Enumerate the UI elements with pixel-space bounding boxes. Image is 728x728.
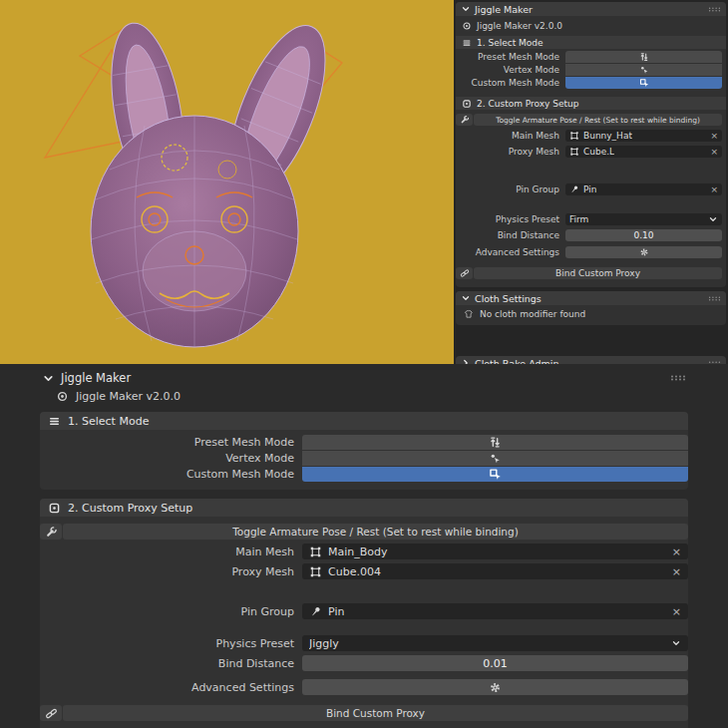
armature-icon-button[interactable]: [40, 524, 62, 540]
main-mesh-field[interactable]: Main_Body ×: [302, 544, 688, 559]
pin-group-field[interactable]: Pin ×: [565, 183, 722, 195]
physics-preset-value: Jiggly: [309, 637, 339, 650]
clear-icon[interactable]: ×: [672, 566, 681, 577]
preset-mesh-mode-button[interactable]: [302, 435, 688, 450]
bind-distance-field[interactable]: 0.01: [302, 655, 688, 671]
subpanel-header-select-mode[interactable]: 1. Select Mode: [456, 36, 726, 49]
pin-icon: [309, 605, 322, 618]
proxy-mesh-field[interactable]: Cube.004 ×: [302, 563, 688, 579]
vertex-mode-button[interactable]: [565, 64, 722, 76]
main-mesh-label: Main Mesh: [456, 131, 565, 141]
vertex-mode-button[interactable]: [302, 451, 688, 466]
toggle-armature-button[interactable]: Toggle Armature Pose / Rest (Set to rest…: [474, 114, 722, 126]
panel-header-partial[interactable]: Cloth Bake Admin: [456, 356, 726, 364]
select-mode-rows: Preset Mesh Mode Vertex Mode Custom Mesh…: [40, 433, 688, 490]
proxy-mesh-label: Proxy Mesh: [456, 147, 565, 157]
mesh-icon: [569, 147, 579, 157]
drag-grip-icon[interactable]: [708, 295, 721, 302]
gear-icon: [639, 247, 649, 257]
advanced-settings-button[interactable]: [302, 679, 688, 695]
3d-viewport[interactable]: [0, 0, 454, 364]
panel-header-jiggle-maker[interactable]: Jiggle Maker: [40, 369, 688, 387]
proxy-mesh-field[interactable]: Cube.L ×: [565, 146, 722, 158]
physics-preset-label: Physics Preset: [456, 214, 565, 224]
drag-grip-icon[interactable]: [708, 6, 721, 13]
custom-mesh-mode-icon: [639, 78, 649, 88]
link-icon-button[interactable]: [40, 705, 62, 721]
chevron-down-icon: [461, 293, 471, 303]
subpanel-header-proxy-setup[interactable]: 2. Custom Proxy Setup: [456, 97, 726, 110]
physics-preset-value: Firm: [569, 214, 588, 224]
bind-custom-proxy-button[interactable]: Bind Custom Proxy: [474, 267, 722, 279]
clear-icon[interactable]: ×: [710, 148, 718, 157]
proxy-setup-rows: Toggle Armature Pose / Rest (Set to rest…: [456, 112, 726, 281]
subpanel-header-proxy-setup[interactable]: 2. Custom Proxy Setup: [40, 499, 688, 517]
panel-header-jiggle-maker[interactable]: Jiggle Maker: [456, 2, 726, 16]
physics-preset-dropdown[interactable]: Jiggly: [302, 635, 688, 651]
version-label: Jiggle Maker v2.0.0: [477, 21, 562, 31]
vertex-mode-icon: [489, 452, 502, 465]
physics-preset-dropdown[interactable]: Firm: [565, 213, 722, 225]
preset-mesh-mode-button[interactable]: [565, 51, 722, 63]
clear-icon[interactable]: ×: [672, 546, 681, 557]
bind-row: Bind Custom Proxy: [40, 705, 688, 721]
armature-icon-button[interactable]: [456, 114, 473, 126]
panel-title: Jiggle Maker: [61, 371, 131, 385]
version-label: Jiggle Maker v2.0.0: [76, 390, 181, 403]
link-icon: [45, 707, 58, 720]
pin-group-field[interactable]: Pin ×: [302, 603, 688, 619]
main-mesh-field[interactable]: Bunny_Hat ×: [565, 130, 722, 142]
vertex-mode-label: Vertex Mode: [456, 65, 565, 75]
panel-header-cloth-settings[interactable]: Cloth Settings: [456, 291, 726, 305]
panel-title: Cloth Settings: [475, 293, 542, 304]
bind-row: Bind Custom Proxy: [456, 267, 722, 279]
pin-icon: [569, 184, 579, 194]
proxy-mesh-value: Cube.L: [583, 147, 614, 157]
proxy-setup-icon: [462, 99, 472, 109]
chevron-down-icon: [42, 372, 55, 385]
version-row: Jiggle Maker v2.0.0: [40, 387, 688, 412]
drag-grip-icon[interactable]: [670, 374, 686, 382]
preset-mesh-mode-label: Preset Mesh Mode: [456, 52, 565, 62]
bind-distance-value: 0.01: [483, 657, 508, 670]
clear-icon[interactable]: ×: [710, 132, 718, 141]
partial-panel[interactable]: Cloth Bake Admin: [456, 356, 726, 364]
bind-distance-field[interactable]: 0.10: [565, 229, 722, 241]
bind-distance-label: Bind Distance: [456, 230, 565, 240]
panel-body: Jiggle Maker v2.0.0 1. Select Mode Prese…: [456, 16, 726, 287]
select-mode-rows: Preset Mesh Mode Vertex Mode: [456, 51, 726, 90]
subpanel-title: 1. Select Mode: [477, 38, 544, 48]
bind-distance-value: 0.10: [633, 230, 653, 240]
advanced-settings-button[interactable]: [565, 246, 722, 258]
chevron-down-icon: [671, 638, 681, 648]
link-icon-button[interactable]: [456, 267, 473, 279]
pin-group-label: Pin Group: [456, 184, 565, 194]
preset-mode-icon: [639, 52, 649, 62]
menu-icon: [462, 38, 472, 48]
select-mode-box: 1. Select Mode Preset Mesh Mode Vertex M…: [40, 412, 688, 490]
preset-mode-icon: [489, 436, 502, 449]
bind-custom-proxy-button[interactable]: Bind Custom Proxy: [63, 705, 688, 721]
pin-group-label: Pin Group: [40, 605, 302, 618]
clear-icon[interactable]: ×: [710, 185, 718, 194]
vertex-mode-label: Vertex Mode: [40, 452, 302, 465]
physics-preset-label: Physics Preset: [40, 637, 302, 650]
proxy-mesh-value: Cube.004: [328, 565, 381, 578]
chevron-down-icon: [708, 214, 718, 224]
toggle-armature-row: Toggle Armature Pose / Rest (Set to rest…: [40, 524, 688, 540]
main-mesh-label: Main Mesh: [40, 546, 302, 558]
link-icon: [460, 268, 470, 278]
jiggle-maker-icon: [56, 390, 69, 403]
pin-group-value: Pin: [328, 605, 344, 618]
clear-icon[interactable]: ×: [672, 606, 681, 617]
advanced-settings-label: Advanced Settings: [456, 247, 565, 257]
custom-mesh-mode-button[interactable]: [302, 467, 688, 482]
toggle-armature-button[interactable]: Toggle Armature Pose / Rest (Set to rest…: [63, 524, 688, 540]
bunny-mesh-render: [0, 0, 454, 364]
custom-mesh-mode-button[interactable]: [565, 77, 722, 89]
panel-title: Jiggle Maker: [475, 4, 533, 15]
custom-mesh-mode-icon: [489, 468, 502, 481]
main-mesh-value: Bunny_Hat: [583, 131, 632, 141]
jiggle-maker-panel: Jiggle Maker Jiggle Maker v2.0.0 1. Sele…: [456, 2, 726, 287]
subpanel-header-select-mode[interactable]: 1. Select Mode: [40, 412, 688, 430]
